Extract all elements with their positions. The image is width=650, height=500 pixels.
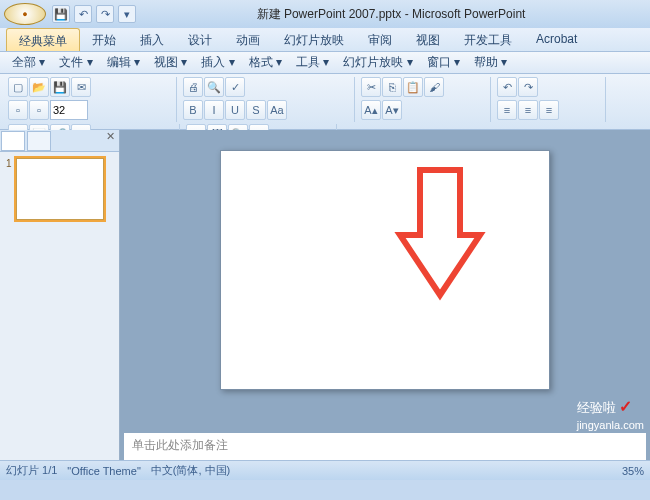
tab-review[interactable]: 审阅 [356,28,404,51]
menu-help[interactable]: 帮助 ▾ [468,52,513,73]
menu-tools[interactable]: 工具 ▾ [290,52,335,73]
statusbar: 幻灯片 1/1 "Office Theme" 中文(简体, 中国) 35% [0,460,650,480]
slide[interactable] [220,150,550,390]
redo-icon[interactable]: ↷ [96,5,114,23]
align-right-icon[interactable]: ≡ [539,100,559,120]
print-icon[interactable]: 🖨 [183,77,203,97]
tab-developer[interactable]: 开发工具 [452,28,524,51]
cut-icon[interactable]: ✂ [361,77,381,97]
status-slide: 幻灯片 1/1 [6,463,57,478]
office-button[interactable]: ● [4,3,46,25]
slide-number: 1 [6,158,12,220]
thumbnails: 1 [0,152,119,460]
titlebar: ● 💾 ↶ ↷ ▾ 新建 PowerPoint 2007.pptx - Micr… [0,0,650,28]
italic-button[interactable]: I [204,100,224,120]
save-icon[interactable]: 💾 [52,5,70,23]
preview-icon[interactable]: 🔍 [204,77,224,97]
grow-font-icon[interactable]: A▴ [361,100,381,120]
notes-pane[interactable]: 单击此处添加备注 [124,430,646,460]
quick-access-toolbar: 💾 ↶ ↷ ▾ [52,5,136,23]
menu-file[interactable]: 文件 ▾ [53,52,98,73]
tab-insert[interactable]: 插入 [128,28,176,51]
slide-thumbnail[interactable] [16,158,104,220]
status-language: 中文(简体, 中国) [151,463,230,478]
status-theme: "Office Theme" [67,465,140,477]
slides-panel: ✕ 1 [0,130,120,460]
thumbnail-item[interactable]: 1 [6,158,113,220]
tab-animation[interactable]: 动画 [224,28,272,51]
canvas-area: 单击此处添加备注 经验啦 ✓ jingyanla.com [120,130,650,460]
blank-icon[interactable]: ▫ [8,100,28,120]
align-left-icon[interactable]: ≡ [497,100,517,120]
menu-window[interactable]: 窗口 ▾ [421,52,466,73]
tab-home[interactable]: 开始 [80,28,128,51]
panel-tabs: ✕ [0,130,119,152]
shrink-font-icon[interactable]: A▾ [382,100,402,120]
menu-all[interactable]: 全部 ▾ [6,52,51,73]
format-painter-icon[interactable]: 🖌 [424,77,444,97]
menu-insert[interactable]: 插入 ▾ [195,52,240,73]
tab-design[interactable]: 设计 [176,28,224,51]
save-icon[interactable]: 💾 [50,77,70,97]
slides-tab[interactable] [1,131,25,151]
qat-dropdown-icon[interactable]: ▾ [118,5,136,23]
undo-icon[interactable]: ↶ [497,77,517,97]
redo-icon[interactable]: ↷ [518,77,538,97]
menu-edit[interactable]: 编辑 ▾ [101,52,146,73]
classic-menubar: 全部 ▾ 文件 ▾ 编辑 ▾ 视图 ▾ 插入 ▾ 格式 ▾ 工具 ▾ 幻灯片放映… [0,52,650,74]
open-icon[interactable]: 📂 [29,77,49,97]
new-icon[interactable]: ▢ [8,77,28,97]
menu-format[interactable]: 格式 ▾ [243,52,288,73]
align-center-icon[interactable]: ≡ [518,100,538,120]
status-zoom[interactable]: 35% [622,465,644,477]
copy-icon[interactable]: ⎘ [382,77,402,97]
tab-view[interactable]: 视图 [404,28,452,51]
font-size-input[interactable] [50,100,88,120]
window-title: 新建 PowerPoint 2007.pptx - Microsoft Powe… [136,6,646,23]
strike-button[interactable]: S [246,100,266,120]
paste-icon[interactable]: 📋 [403,77,423,97]
blank2-icon[interactable]: ▫ [29,100,49,120]
menu-slideshow[interactable]: 幻灯片放映 ▾ [337,52,418,73]
tab-acrobat[interactable]: Acrobat [524,28,589,51]
outline-tab[interactable] [27,131,51,151]
mail-icon[interactable]: ✉ [71,77,91,97]
ribbon-tabs: 经典菜单 开始 插入 设计 动画 幻灯片放映 审阅 视图 开发工具 Acroba… [0,28,650,52]
spell-icon[interactable]: ✓ [225,77,245,97]
menu-view[interactable]: 视图 ▾ [148,52,193,73]
main-area: ✕ 1 单击此处添加备注 经验啦 ✓ jingyanla.com [0,130,650,460]
close-panel-icon[interactable]: ✕ [101,130,119,151]
underline-button[interactable]: U [225,100,245,120]
slide-canvas[interactable] [120,130,650,430]
bold-button[interactable]: B [183,100,203,120]
tab-slideshow[interactable]: 幻灯片放映 [272,28,356,51]
shadow-button[interactable]: Aa [267,100,287,120]
toolbar: ▢ 📂 💾 ✉ ▫ ▫ 🖨 🔍 ✓ B I U S Aa ✂ ⎘ 📋 [0,74,650,130]
undo-icon[interactable]: ↶ [74,5,92,23]
tab-classic-menu[interactable]: 经典菜单 [6,28,80,51]
